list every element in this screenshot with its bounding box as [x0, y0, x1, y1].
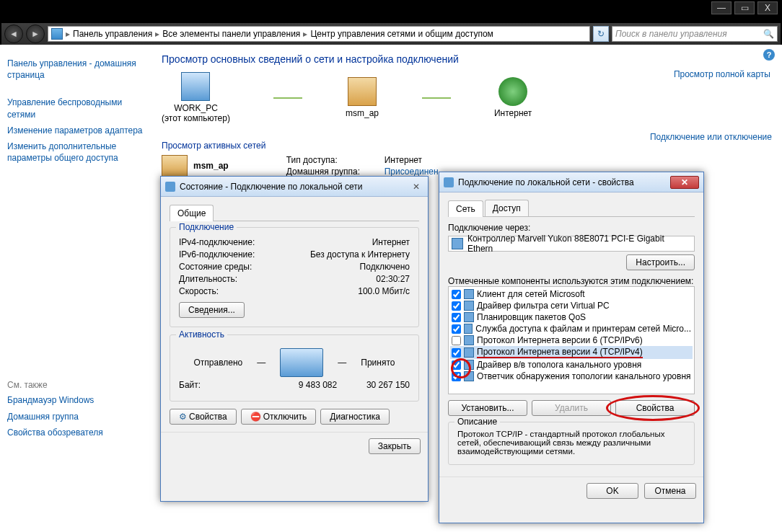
- status-dialog-title-bar[interactable]: Состояние - Подключение по локальной сет…: [161, 177, 428, 197]
- sidebar: Панель управления - домашняя страница Уп…: [0, 45, 151, 532]
- maximize-button[interactable]: ▭: [734, 1, 755, 14]
- component-checkbox[interactable]: [452, 336, 461, 345]
- full-map-link[interactable]: Просмотр полной карты: [674, 69, 770, 79]
- component-checkbox[interactable]: [452, 348, 461, 358]
- speed-label: Скорость:: [179, 286, 287, 296]
- chevron-right-icon: ▸: [302, 29, 309, 39]
- status-dialog: Состояние - Подключение по локальной сет…: [160, 176, 429, 502]
- cancel-button[interactable]: Отмена: [644, 483, 696, 499]
- network-node-ap: msm_ap: [346, 77, 379, 118]
- network-node-internet: Интернет: [494, 77, 532, 118]
- component-checkbox[interactable]: [452, 290, 461, 299]
- protocol-icon: [464, 347, 474, 358]
- protocol-icon: [464, 312, 474, 322]
- component-item[interactable]: Драйвер в/в тополога канального уровня: [450, 359, 693, 371]
- sidebar-link-adapter-settings[interactable]: Изменение параметров адаптера: [7, 125, 144, 136]
- ipv4-label: IPv4-подключение:: [179, 237, 287, 247]
- see-also-firewall[interactable]: Брандмауэр Windows: [7, 394, 144, 406]
- protocol-icon: [464, 371, 474, 381]
- close-button[interactable]: Закрыть: [369, 438, 421, 454]
- tab-access[interactable]: Доступ: [485, 200, 529, 216]
- component-label: Драйвер фильтра сети Virtual PC: [477, 301, 610, 311]
- protocol-icon: [464, 289, 474, 299]
- gear-icon: ⚙: [179, 412, 187, 422]
- search-input[interactable]: Поиск в панели управления 🔍: [612, 26, 778, 42]
- access-type-value: Интернет: [385, 155, 422, 165]
- component-label: Клиент для сетей Microsoft: [477, 289, 585, 299]
- diagnostics-button[interactable]: Диагностика: [320, 409, 390, 425]
- homegroup-value[interactable]: Присоединен: [385, 167, 439, 177]
- breadcrumb-item[interactable]: Все элементы панели управления: [162, 29, 300, 39]
- minimize-button[interactable]: —: [711, 1, 732, 14]
- adapter-icon: [452, 238, 463, 249]
- properties-dialog: Подключение по локальной сети - свойства…: [439, 172, 704, 523]
- speed-value: 100.0 Мбит/с: [287, 286, 410, 296]
- component-checkbox[interactable]: [452, 324, 461, 334]
- homegroup-label: Домашняя группа:: [286, 167, 373, 177]
- adapter-field: Контроллер Marvell Yukon 88E8071 PCI-E G…: [448, 236, 695, 252]
- dialog-close-icon[interactable]: ✕: [409, 182, 423, 192]
- dialog-close-button[interactable]: ✕: [670, 176, 699, 189]
- sent-label: Отправлено: [194, 358, 243, 368]
- ipv6-label: IPv6-подключение:: [179, 249, 287, 260]
- connection-group-label: Подключение: [176, 222, 237, 232]
- properties-dialog-title: Подключение по локальной сети - свойства: [458, 177, 634, 187]
- sidebar-link-wireless[interactable]: Управление беспроводными сетями: [7, 97, 144, 120]
- connect-disconnect-link[interactable]: Подключение или отключение: [650, 132, 772, 154]
- forward-button[interactable]: ►: [26, 25, 45, 43]
- breadcrumb-item[interactable]: Центр управления сетями и общим доступом: [310, 29, 493, 39]
- components-list[interactable]: Клиент для сетей MicrosoftДрайвер фильтр…: [448, 286, 695, 394]
- see-also-homegroup[interactable]: Домашняя группа: [7, 411, 144, 422]
- tab-general[interactable]: Общие: [170, 205, 214, 221]
- disable-button[interactable]: ⛔Отключить: [241, 409, 317, 425]
- search-icon: 🔍: [763, 29, 774, 39]
- help-icon[interactable]: ?: [763, 49, 775, 61]
- component-item[interactable]: Планировщик пакетов QoS: [450, 311, 693, 323]
- home-network-icon: [162, 155, 188, 177]
- properties-dialog-title-bar[interactable]: Подключение по локальной сети - свойства…: [439, 172, 703, 192]
- component-label: Планировщик пакетов QoS: [477, 312, 586, 322]
- component-item[interactable]: Протокол Интернета версии 6 (TCP/IPv6): [450, 334, 693, 346]
- description-label: Описание: [454, 417, 500, 427]
- component-item[interactable]: Ответчик обнаружения топологии канальног…: [450, 371, 693, 382]
- install-button[interactable]: Установить...: [448, 400, 527, 416]
- component-checkbox[interactable]: [452, 313, 461, 322]
- active-networks-label: Просмотр активных сетей: [162, 141, 265, 151]
- network-node-pc: WORK_PC (этот компьютер): [162, 72, 230, 123]
- protocol-icon: [464, 301, 474, 311]
- sidebar-home-link[interactable]: Панель управления - домашняя страница: [7, 58, 144, 81]
- sidebar-link-sharing-settings[interactable]: Изменить дополнительные параметры общего…: [7, 141, 144, 164]
- component-properties-button[interactable]: Свойства: [615, 400, 695, 416]
- window-close-button[interactable]: X: [757, 1, 778, 14]
- component-checkbox[interactable]: [452, 372, 461, 381]
- breadcrumb-item[interactable]: Панель управления: [73, 29, 152, 39]
- internet-label: Интернет: [494, 108, 532, 118]
- configure-button[interactable]: Настроить...: [626, 254, 695, 270]
- component-label: Протокол Интернета версии 4 (TCP/IPv4): [477, 347, 643, 358]
- component-item[interactable]: Служба доступа к файлам и принтерам сете…: [450, 323, 693, 334]
- back-button[interactable]: ◄: [4, 25, 23, 43]
- chevron-right-icon: ▸: [64, 29, 71, 39]
- component-label: Драйвер в/в тополога канального уровня: [477, 360, 641, 370]
- breadcrumb[interactable]: ▸ Панель управления ▸ Все элементы панел…: [48, 26, 590, 42]
- component-item[interactable]: Драйвер фильтра сети Virtual PC: [450, 300, 693, 311]
- pc-sub: (этот компьютер): [162, 113, 230, 123]
- ok-button[interactable]: OK: [586, 483, 638, 499]
- protocol-icon: [464, 360, 474, 370]
- component-checkbox[interactable]: [452, 360, 461, 370]
- duration-value: 02:30:27: [287, 274, 410, 284]
- component-item[interactable]: Протокол Интернета версии 4 (TCP/IPv4): [450, 346, 693, 359]
- duration-label: Длительность:: [179, 274, 287, 284]
- properties-button[interactable]: ⚙Свойства: [170, 409, 237, 425]
- tab-network[interactable]: Сеть: [448, 200, 483, 217]
- status-dialog-title: Состояние - Подключение по локальной сет…: [180, 182, 363, 192]
- access-type-label: Тип доступа:: [286, 155, 373, 165]
- ap-name: msm_ap: [346, 108, 379, 118]
- component-item[interactable]: Клиент для сетей Microsoft: [450, 288, 693, 300]
- protocol-icon: [464, 324, 473, 334]
- see-also-browser-props[interactable]: Свойства обозревателя: [7, 427, 144, 438]
- component-checkbox[interactable]: [452, 301, 461, 311]
- adapter-name: Контроллер Marvell Yukon 88E8071 PCI-E G…: [467, 234, 691, 254]
- details-button[interactable]: Сведения...: [179, 302, 245, 318]
- refresh-button[interactable]: ↻: [593, 26, 609, 42]
